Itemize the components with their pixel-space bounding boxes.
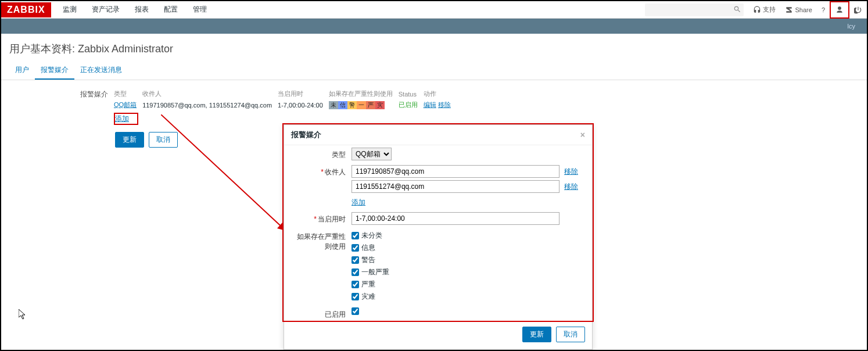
modal-title: 报警媒介 [291, 130, 321, 140]
col-actions: 动作 [424, 88, 457, 99]
modal-recipient-0[interactable] [351, 165, 559, 178]
modal-enabled-checkbox[interactable] [351, 307, 359, 315]
modal-cancel-button[interactable]: 取消 [556, 327, 585, 342]
modal-sev-1[interactable] [351, 244, 359, 252]
tab-user[interactable]: 用户 [9, 62, 35, 80]
search-wrap [645, 3, 744, 16]
modal-recipient-0-remove[interactable]: 移除 [564, 167, 578, 177]
media-form: 报警媒介 类型 收件人 当启用时 如果存在严重性则使用 Status 动作 QQ… [1, 80, 867, 125]
nav-reports[interactable]: 报表 [129, 1, 155, 18]
sev-high-icon: 严 [366, 101, 375, 109]
cancel-button[interactable]: 取消 [149, 132, 178, 148]
headset-icon [753, 6, 761, 14]
col-type: 类型 [114, 88, 142, 99]
sev-not-classified-icon: 未 [329, 101, 338, 109]
modal-label-type: 类型 [291, 148, 351, 160]
support-link[interactable]: 支持 [748, 1, 780, 19]
sev-warning-icon: 警 [347, 101, 357, 109]
modal-sev-3[interactable] [351, 268, 359, 276]
secondary-bar: lcy [1, 19, 867, 34]
modal-recipient-1[interactable] [351, 180, 559, 193]
top-nav: ZABBIX 监测 资产记录 报表 配置 管理 支持 Share ? [1, 1, 867, 19]
media-type-link[interactable]: QQ邮箱 [114, 101, 137, 108]
page-title: 用户基本资料: Zabbix Administrator [1, 34, 867, 62]
logo: ZABBIX [1, 2, 51, 17]
media-recipients: 1197190857@qq.com, 1191551274@qq.com [142, 99, 278, 110]
cursor-icon [19, 309, 27, 320]
modal-recipient-add[interactable]: 添加 [351, 198, 365, 207]
modal-footer: 更新 取消 [284, 322, 592, 349]
search-icon [733, 5, 741, 13]
modal-close-icon[interactable]: × [580, 130, 585, 139]
logout-button[interactable] [849, 1, 867, 19]
help-link[interactable]: ? [817, 1, 830, 19]
modal-recipient-1-remove[interactable]: 移除 [564, 182, 578, 192]
modal-sev-0[interactable] [351, 232, 359, 239]
modal-update-button[interactable]: 更新 [522, 327, 551, 342]
share-z-icon [785, 6, 793, 14]
nav-config[interactable]: 配置 [158, 1, 184, 18]
media-status[interactable]: 已启用 [399, 101, 418, 108]
media-add-link[interactable]: 添加 [114, 113, 138, 125]
modal-type-select[interactable]: QQ邮箱 [351, 148, 392, 160]
sev-average-icon: 一 [357, 101, 366, 109]
col-sev: 如果存在严重性则使用 [329, 88, 399, 99]
modal-sev-list: 未分类 信息 警告 一般严重 严重 灾难 [351, 230, 585, 303]
nav-admin[interactable]: 管理 [187, 1, 213, 18]
tab-media[interactable]: 报警媒介 [35, 62, 74, 80]
main-menu: 监测 资产记录 报表 配置 管理 [57, 1, 213, 18]
media-section-label: 报警媒介 [9, 88, 114, 125]
user-icon [835, 6, 844, 14]
nav-monitoring[interactable]: 监测 [57, 1, 83, 18]
power-icon [854, 6, 862, 14]
media-remove-link[interactable]: 移除 [438, 101, 451, 108]
sev-info-icon: 信 [338, 101, 347, 109]
nav-inventory[interactable]: 资产记录 [86, 1, 125, 18]
modal-label-recip: 收件人 [325, 168, 346, 176]
modal-sev-4[interactable] [351, 281, 359, 288]
modal-when-input[interactable] [351, 212, 559, 225]
modal-label-when: 当启用时 [318, 215, 346, 223]
user-profile-button[interactable] [830, 1, 849, 19]
severity-badges: 未 信 警 一 严 灾 [329, 101, 385, 109]
media-edit-link[interactable]: 编辑 [424, 101, 436, 108]
tab-messages[interactable]: 正在发送消息 [74, 62, 128, 80]
search-input[interactable] [645, 3, 744, 16]
media-when: 1-7,00:00-24:00 [278, 99, 329, 110]
modal-label-sev: 如果存在严重性则使用 [291, 230, 351, 252]
modal-label-enabled: 已启用 [291, 307, 351, 320]
media-modal: 报警媒介 × 类型 QQ邮箱 *收件人 移除 移除 添加 *当启用时 [284, 124, 593, 350]
topright-controls: 支持 Share ? [748, 1, 867, 19]
media-table: 类型 收件人 当启用时 如果存在严重性则使用 Status 动作 QQ邮箱 11… [114, 88, 457, 110]
sev-disaster-icon: 灾 [375, 101, 385, 109]
current-user-short: lcy [848, 23, 855, 30]
col-recip: 收件人 [142, 88, 278, 99]
share-link[interactable]: Share [780, 1, 816, 19]
modal-sev-5[interactable] [351, 293, 359, 300]
modal-sev-2[interactable] [351, 256, 359, 264]
media-row: QQ邮箱 1197190857@qq.com, 1191551274@qq.co… [114, 99, 457, 110]
col-status: Status [399, 88, 424, 99]
update-button[interactable]: 更新 [115, 132, 144, 148]
col-when: 当启用时 [278, 88, 329, 99]
profile-tabs: 用户 报警媒介 正在发送消息 [1, 62, 867, 80]
